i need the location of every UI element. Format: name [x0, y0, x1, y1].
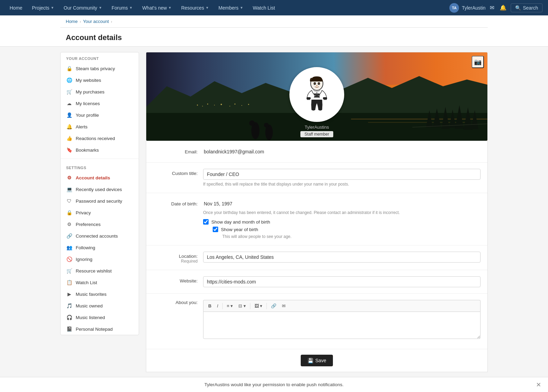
website-input[interactable]: [203, 276, 481, 287]
sidebar-item-alerts[interactable]: 🔔 Alerts: [61, 121, 139, 132]
sidebar-item-music-favorites[interactable]: ▶ Music favorites: [61, 288, 139, 300]
website-row: Website:: [146, 270, 487, 294]
resource-wishlist-icon: 🛒: [66, 268, 72, 274]
nav-watchlist-label: Watch List: [253, 5, 275, 11]
custom-title-input[interactable]: [203, 169, 481, 180]
sidebar-label-recently-used-devices: Recently used devices: [76, 187, 122, 192]
show-year-label: Show year of birth: [221, 227, 258, 232]
nav-watchlist[interactable]: Watch List: [249, 0, 279, 15]
recently-used-devices-icon: 💻: [66, 187, 72, 192]
breadcrumb-your-account[interactable]: Your account: [83, 19, 109, 24]
sidebar-settings-label: Settings: [61, 162, 139, 172]
sidebar-item-my-purchases[interactable]: 🛒 My purchases: [61, 86, 139, 98]
push-close-button[interactable]: ✕: [536, 381, 541, 386]
my-websites-icon: 🌐: [66, 77, 72, 83]
music-favorites-icon: ▶: [66, 291, 72, 297]
sidebar-label-music-favorites: Music favorites: [76, 292, 107, 297]
save-label: Save: [315, 358, 326, 363]
sidebar-divider: [61, 159, 139, 159]
nav-forums[interactable]: Forums ▼: [108, 0, 137, 15]
sidebar-item-watch-list[interactable]: 📋 Watch List: [61, 277, 139, 288]
sidebar-item-ignoring[interactable]: 🚫 Ignoring: [61, 253, 139, 265]
breadcrumb-home[interactable]: Home: [66, 19, 78, 24]
sidebar-item-steam-tabs-privacy[interactable]: 🔒 Steam tabs privacy: [61, 63, 139, 74]
steam-tabs-privacy-icon: 🔒: [66, 66, 72, 71]
profile-avatar: TYLER AUSTIN: [289, 67, 344, 122]
toolbar-italic[interactable]: I: [215, 302, 220, 309]
sidebar-label-music-listened: Music listened: [76, 315, 105, 320]
sidebar-label-account-details: Account details: [76, 175, 110, 180]
location-row: Location: Required: [146, 245, 487, 270]
location-input[interactable]: [203, 252, 481, 263]
nav-whatsnew[interactable]: What's new ▼: [138, 0, 176, 15]
location-required: Required: [153, 259, 198, 264]
toolbar-bold[interactable]: B: [206, 302, 213, 309]
show-dob-label: Show day and month of birth: [211, 219, 270, 225]
sidebar-item-preferences[interactable]: ⚙ Preferences: [61, 218, 139, 230]
sidebar-item-music-listened[interactable]: 🎧 Music listened: [61, 312, 139, 323]
sidebar-item-bookmarks[interactable]: 🔖 Bookmarks: [61, 144, 139, 156]
show-dob-checkbox[interactable]: [203, 219, 209, 225]
sidebar-item-my-licenses[interactable]: ☁ My licenses: [61, 98, 139, 109]
sidebar-item-password-and-security[interactable]: 🛡 Password and security: [61, 195, 139, 207]
sidebar-item-following[interactable]: 👥 Following: [61, 242, 139, 253]
svg-point-12: [248, 104, 249, 105]
sidebar-item-your-profile[interactable]: 👤 Your profile: [61, 109, 139, 121]
reactions-received-icon: 👍: [66, 136, 72, 141]
dob-label: Date of birth:: [153, 199, 198, 206]
nav-home-label: Home: [10, 5, 22, 11]
nav-members[interactable]: Members ▼: [214, 0, 247, 15]
toolbar-align[interactable]: ⊟ ▾: [236, 302, 248, 309]
bookmarks-icon: 🔖: [66, 147, 72, 153]
show-dob-row[interactable]: Show day and month of birth: [203, 219, 481, 225]
nav-community[interactable]: Our Community ▼: [60, 0, 106, 15]
show-year-row[interactable]: Show year of birth: [213, 227, 481, 232]
svg-point-8: [221, 104, 222, 105]
sidebar-item-connected-accounts[interactable]: 🔗 Connected accounts: [61, 230, 139, 242]
sidebar-item-personal-notepad[interactable]: 📓 Personal Notepad: [61, 323, 139, 335]
editor-toolbar: B I ≡ ▾ ⊟ ▾ 🖼 ▾ 🔗 ✉: [203, 300, 481, 312]
sidebar-label-preferences: Preferences: [76, 222, 101, 227]
sidebar-label-bookmarks: Bookmarks: [76, 148, 99, 153]
show-year-checkbox[interactable]: [213, 227, 218, 232]
sidebar-item-privacy[interactable]: 🔒 Privacy: [61, 207, 139, 218]
nav-resources[interactable]: Resources ▼: [177, 0, 213, 15]
svg-point-10: [234, 103, 235, 104]
sidebar-item-resource-wishlist[interactable]: 🛒 Resource wishlist: [61, 265, 139, 277]
save-button[interactable]: 💾 Save: [301, 355, 333, 366]
watch-list-icon: 📋: [66, 280, 72, 285]
push-notification-text: TylerAustins would like your permission …: [204, 382, 344, 386]
bell-icon[interactable]: 🔔: [498, 3, 508, 12]
sidebar-item-my-websites[interactable]: 🌐 My websites: [61, 74, 139, 86]
sidebar-item-recently-used-devices[interactable]: 💻 Recently used devices: [61, 184, 139, 195]
search-button[interactable]: 🔍 Search: [511, 3, 543, 12]
sidebar-label-my-licenses: My licenses: [76, 101, 100, 106]
nav-whatsnew-label: What's new: [142, 5, 167, 11]
connected-accounts-icon: 🔗: [66, 233, 72, 239]
breadcrumb-sep2: ›: [111, 20, 112, 24]
nav-home[interactable]: Home: [5, 0, 26, 15]
nav-projects-label: Projects: [32, 5, 49, 11]
search-icon: 🔍: [515, 5, 521, 11]
mail-icon[interactable]: ✉: [488, 3, 496, 12]
custom-title-value-col: If specified, this will replace the titl…: [203, 169, 481, 187]
change-banner-button[interactable]: 📷: [472, 56, 484, 68]
toolbar-link[interactable]: 🔗: [269, 302, 278, 309]
top-nav: Home Projects ▼ Our Community ▼ Forums ▼…: [0, 0, 548, 15]
ignoring-icon: 🚫: [66, 256, 72, 262]
sidebar-item-account-details[interactable]: ⚙ Account details: [61, 172, 139, 184]
nav-projects[interactable]: Projects ▼: [28, 0, 58, 15]
toolbar-list[interactable]: ≡ ▾: [225, 302, 235, 309]
custom-title-label: Custom title:: [153, 169, 198, 176]
account-details-icon: ⚙: [66, 175, 72, 180]
password-security-icon: 🛡: [66, 198, 72, 204]
sidebar-item-reactions-received[interactable]: 👍 Reactions received: [61, 132, 139, 144]
toolbar-email[interactable]: ✉: [280, 302, 288, 309]
sidebar-label-reactions-received: Reactions received: [76, 136, 115, 141]
sidebar-item-music-owned[interactable]: 🎵 Music owned: [61, 300, 139, 312]
profile-banner: 📷: [146, 52, 488, 141]
svg-rect-31: [307, 97, 311, 99]
toolbar-image[interactable]: 🖼 ▾: [252, 302, 265, 309]
svg-point-11: [241, 105, 242, 106]
about-you-textarea[interactable]: [203, 312, 481, 339]
